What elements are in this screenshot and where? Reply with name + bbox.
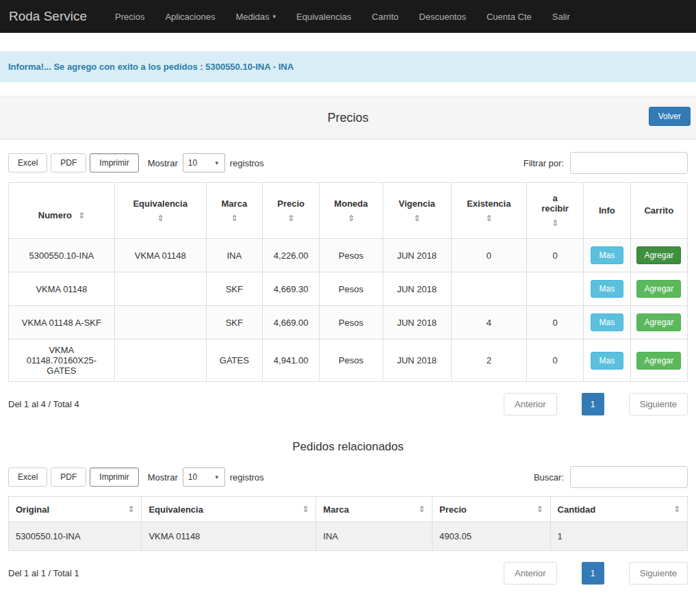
select-arrow-icon: ▼ — [214, 160, 220, 166]
agregar-button[interactable]: Agregar — [636, 280, 681, 298]
column-header-equivalencia-label: Equivalencia — [133, 198, 187, 209]
pdf-button[interactable]: PDF — [51, 467, 86, 487]
precio-cell: 4,226.00 — [262, 239, 319, 272]
siguiente-button[interactable]: Siguiente — [629, 562, 688, 585]
carrito-cell: Agregar — [630, 306, 687, 339]
imprimir-button[interactable]: Imprimir — [90, 467, 138, 487]
page-size-select[interactable]: 10 ▼ — [183, 467, 225, 487]
carrito-cell: Agregar — [630, 272, 687, 306]
table-row: VKMA 01148.70160X25-GATES GATES 4,941.00… — [9, 339, 688, 382]
column-header-precio[interactable]: Precio ⇕ — [432, 497, 550, 522]
page-size-select[interactable]: 10 ▼ — [183, 153, 225, 172]
vigencia-cell: JUN 2018 — [383, 306, 451, 339]
buscar-input[interactable] — [570, 466, 688, 488]
page-number-button[interactable]: 1 — [582, 562, 604, 585]
sort-icon: ⇕ — [78, 211, 85, 220]
vigencia-cell: JUN 2018 — [383, 239, 451, 272]
nav-item-equivalencias[interactable]: Equivalencias — [286, 12, 361, 22]
success-alert-text: Informa!... Se agrego con exito a los pe… — [8, 62, 294, 72]
table-row: VKMA 01148 A-SKF SKF 4,669.00 Pesos JUN … — [9, 306, 688, 339]
nav-item-salir[interactable]: Salir — [542, 12, 580, 22]
equivalencia-cell — [114, 272, 206, 306]
existencia-cell — [451, 272, 526, 306]
page-title: Precios — [327, 111, 368, 125]
marca-cell: INA — [316, 522, 433, 551]
column-header-marca-label: Marca — [222, 198, 248, 209]
sort-icon: ⇕ — [673, 504, 680, 514]
mas-button[interactable]: Mas — [591, 313, 624, 331]
column-header-marca[interactable]: Marca ⇕ — [206, 183, 262, 239]
column-header-original-label: Original — [16, 504, 49, 515]
column-header-a-recibir[interactable]: a recibir ⇕ — [526, 183, 583, 239]
pedidos-title: Pedidos relacionados — [0, 440, 696, 454]
column-header-equivalencia[interactable]: Equivalencia ⇕ — [114, 183, 206, 239]
nav-item-carrito[interactable]: Carrito — [361, 12, 409, 22]
nav-item-precios[interactable]: Precios — [105, 12, 155, 22]
brand[interactable]: Roda Service — [9, 9, 87, 24]
equivalencia-cell — [114, 306, 206, 339]
agregar-button[interactable]: Agregar — [636, 246, 681, 264]
sort-icon: ⇕ — [302, 504, 309, 514]
agregar-button[interactable]: Agregar — [636, 352, 681, 370]
select-arrow-icon: ▼ — [214, 474, 220, 480]
column-header-carrito[interactable]: Carrito — [630, 183, 687, 239]
precios-summary: Del 1 al 4 / Total 4 — [8, 399, 79, 409]
precio-cell: 4,941.00 — [262, 339, 319, 382]
numero-cell: VKMA 01148.70160X25-GATES — [9, 339, 115, 382]
volver-button[interactable]: Volver — [649, 107, 691, 126]
siguiente-button[interactable]: Siguiente — [629, 393, 688, 415]
mas-button[interactable]: Mas — [591, 246, 624, 264]
column-header-original[interactable]: Original ⇕ — [9, 497, 142, 522]
imprimir-button[interactable]: Imprimir — [90, 153, 138, 172]
column-header-numero[interactable]: Numero ⇕ — [9, 183, 115, 239]
existencia-cell: 4 — [451, 306, 526, 339]
anterior-button[interactable]: Anterior — [504, 393, 557, 415]
precio-cell: 4903.05 — [432, 522, 550, 551]
precios-table-footer: Del 1 al 4 / Total 4 Anterior 1 Siguient… — [8, 393, 688, 415]
numero-cell: 5300550.10-INA — [9, 239, 115, 272]
page-number-button[interactable]: 1 — [582, 393, 604, 415]
column-header-vigencia[interactable]: Vigencia ⇕ — [383, 183, 451, 239]
nav-item-cuenta-cte[interactable]: Cuenta Cte — [476, 12, 542, 22]
column-header-cantidad[interactable]: Cantidad ⇕ — [550, 497, 687, 522]
success-alert: Informa!... Se agrego con exito a los pe… — [0, 51, 696, 82]
anterior-button[interactable]: Anterior — [504, 562, 557, 585]
pdf-button[interactable]: PDF — [51, 153, 86, 172]
filter-input[interactable] — [570, 152, 688, 174]
table-row: VKMA 01148 SKF 4,669.30 Pesos JUN 2018 M… — [9, 272, 688, 306]
mas-button[interactable]: Mas — [591, 352, 624, 370]
sort-icon: ⇕ — [485, 214, 492, 223]
sort-icon: ⇕ — [348, 214, 355, 223]
agregar-button[interactable]: Agregar — [636, 313, 681, 331]
precios-header: Precios Volver — [0, 96, 696, 140]
mas-button[interactable]: Mas — [591, 280, 624, 298]
excel-button[interactable]: Excel — [8, 153, 47, 172]
a-recibir-cell — [526, 272, 583, 306]
column-header-existencia-label: Existencia — [467, 198, 511, 209]
mostrar-label: Mostrar — [148, 158, 178, 168]
column-header-numero-label: Numero — [38, 210, 72, 220]
column-header-existencia[interactable]: Existencia ⇕ — [451, 183, 526, 239]
a-recibir-cell: 0 — [526, 306, 583, 339]
nav-item-descuentos[interactable]: Descuentos — [409, 12, 476, 22]
existencia-cell: 0 — [451, 239, 526, 272]
column-header-marca[interactable]: Marca ⇕ — [316, 497, 433, 522]
sort-icon: ⇕ — [287, 214, 294, 223]
marca-cell: INA — [206, 239, 262, 272]
column-header-precio[interactable]: Precio ⇕ — [262, 183, 319, 239]
column-header-vigencia-label: Vigencia — [399, 198, 435, 209]
column-header-equivalencia[interactable]: Equivalencia ⇕ — [142, 497, 316, 522]
column-header-marca-label: Marca — [323, 504, 349, 515]
marca-cell: SKF — [206, 306, 262, 339]
table-row: 5300550.10-INA VKMA 01148 INA 4,226.00 P… — [9, 239, 688, 272]
nav-item-medidas[interactable]: Medidas ▾ — [225, 12, 286, 22]
nav-item-aplicaciones[interactable]: Aplicaciones — [155, 12, 225, 22]
a-recibir-cell: 0 — [526, 239, 583, 272]
column-header-moneda[interactable]: Moneda ⇕ — [320, 183, 383, 239]
moneda-cell: Pesos — [320, 239, 383, 272]
existencia-cell: 2 — [451, 339, 526, 382]
filtrar-por-label: Filtrar por: — [524, 158, 564, 168]
precios-pagination: Anterior 1 Siguiente — [504, 393, 688, 415]
excel-button[interactable]: Excel — [8, 467, 47, 487]
column-header-info[interactable]: Info — [584, 183, 630, 239]
